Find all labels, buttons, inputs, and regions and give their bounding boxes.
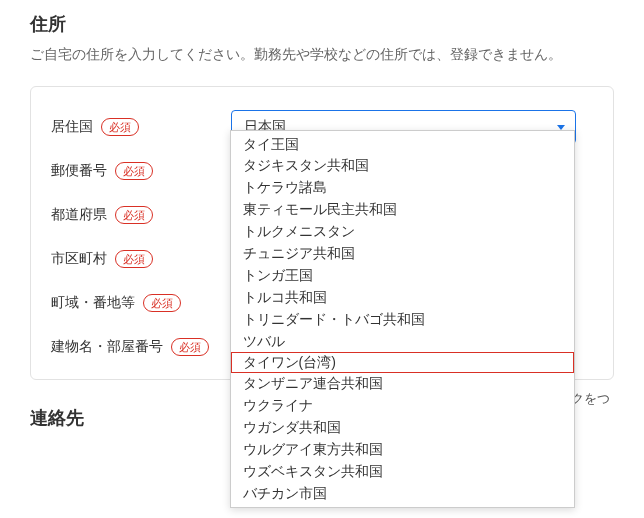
label-town: 町域・番地等 必須 xyxy=(51,294,231,312)
label-text: 建物名・部屋番号 xyxy=(51,338,163,356)
country-option[interactable]: トリニダード・トバゴ共和国 xyxy=(231,308,574,330)
country-option[interactable]: タイワン(台湾) xyxy=(231,352,574,373)
required-badge: 必須 xyxy=(143,294,181,312)
label-city: 市区町村 必須 xyxy=(51,250,231,268)
country-option[interactable]: ウルグアイ東方共和国 xyxy=(231,438,574,460)
required-badge: 必須 xyxy=(101,118,139,136)
country-option[interactable]: ウズベキスタン共和国 xyxy=(231,460,574,482)
country-option[interactable]: 東ティモール民主共和国 xyxy=(231,199,574,221)
country-option[interactable]: チュニジア共和国 xyxy=(231,242,574,264)
country-option[interactable]: セントビンセントおよびグレナディーン諸島 xyxy=(231,504,574,508)
label-text: 市区町村 xyxy=(51,250,107,268)
country-option[interactable]: トルクメニスタン xyxy=(231,221,574,243)
country-option[interactable]: バチカン市国 xyxy=(231,482,574,504)
section-title: 住所 xyxy=(30,12,614,36)
country-option[interactable]: タイ王国 xyxy=(231,133,574,155)
required-badge: 必須 xyxy=(115,250,153,268)
country-dropdown-list: タイ王国タジキスタン共和国トケラウ諸島東ティモール民主共和国トルクメニスタンチュ… xyxy=(231,131,574,508)
country-dropdown[interactable]: タイ王国タジキスタン共和国トケラウ諸島東ティモール民主共和国トルクメニスタンチュ… xyxy=(230,130,575,508)
label-building: 建物名・部屋番号 必須 xyxy=(51,338,231,356)
required-badge: 必須 xyxy=(171,338,209,356)
required-badge: 必須 xyxy=(115,162,153,180)
country-option[interactable]: ウクライナ xyxy=(231,395,574,417)
country-option[interactable]: タンザニア連合共和国 xyxy=(231,373,574,395)
country-option[interactable]: タジキスタン共和国 xyxy=(231,155,574,177)
country-option[interactable]: トルコ共和国 xyxy=(231,286,574,308)
label-text: 郵便番号 xyxy=(51,162,107,180)
label-text: 町域・番地等 xyxy=(51,294,135,312)
chevron-down-icon xyxy=(557,125,565,130)
country-option[interactable]: ツバル xyxy=(231,330,574,352)
label-prefecture: 都道府県 必須 xyxy=(51,206,231,224)
section-description: ご自宅の住所を入力してください。勤務先や学校などの住所では、登録できません。 xyxy=(30,46,614,64)
label-postal: 郵便番号 必須 xyxy=(51,162,231,180)
country-option[interactable]: ウガンダ共和国 xyxy=(231,417,574,439)
required-badge: 必須 xyxy=(115,206,153,224)
label-text: 都道府県 xyxy=(51,206,107,224)
country-option[interactable]: トンガ王国 xyxy=(231,264,574,286)
label-text: 居住国 xyxy=(51,118,93,136)
country-option[interactable]: トケラウ諸島 xyxy=(231,177,574,199)
label-country: 居住国 必須 xyxy=(51,118,231,136)
